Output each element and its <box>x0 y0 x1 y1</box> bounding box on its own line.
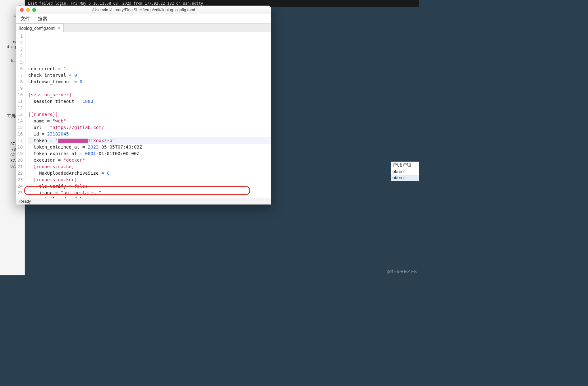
close-tab-icon[interactable]: × <box>58 26 60 30</box>
code-line[interactable]: MaxUploadedArchiveSize = 0 <box>28 170 271 177</box>
line-number: 16 <box>17 131 23 137</box>
window-title: /Users/lc1/Library/FinalShell/temp/edit/… <box>16 7 271 12</box>
line-number: 7 <box>17 72 23 79</box>
code-line[interactable]: token = 'TTxooxz-b" <box>28 137 271 144</box>
code-line[interactable]: executor = "docker" <box>28 157 271 163</box>
line-number: 13 <box>17 111 23 118</box>
code-line[interactable]: session_timeout = 1800 <box>28 98 271 105</box>
line-number: 10 <box>17 92 23 98</box>
line-number: 18 <box>17 144 23 150</box>
line-number: 25 <box>17 190 23 196</box>
redacted-token <box>58 139 88 143</box>
line-number: 26 <box>17 196 23 198</box>
minimize-icon[interactable] <box>26 8 30 12</box>
bg-right-row: ot/root <box>391 168 419 175</box>
code-line[interactable] <box>28 105 271 111</box>
code-line[interactable]: name = "web" <box>28 118 271 124</box>
line-number: 20 <box>17 157 23 163</box>
code-line[interactable]: image = "apline:latest" <box>28 190 271 196</box>
line-number: 1 <box>17 33 23 39</box>
line-number: 23 <box>17 177 23 183</box>
menubar: 文件 搜索 <box>16 14 271 24</box>
line-number: 6 <box>17 66 23 72</box>
code-line[interactable]: url = "https://gitlab.com/" <box>28 124 271 131</box>
line-number: 19 <box>17 150 23 157</box>
code-line[interactable]: check_interval = 0 <box>28 72 271 79</box>
tabstrip: lioblog_config.toml × <box>16 24 271 32</box>
line-number: 11 <box>17 98 23 105</box>
line-number: 3 <box>17 46 23 53</box>
menu-search[interactable]: 搜索 <box>38 16 47 22</box>
code-line[interactable]: privileged = false <box>28 196 271 198</box>
code-line[interactable]: [session_server] <box>28 92 271 98</box>
bg-right-row: ot/root <box>391 175 419 181</box>
code-line[interactable]: [runners.cache] <box>28 163 271 170</box>
line-number: 21 <box>17 163 23 170</box>
line-number-gutter: 1234567891011121314151617181920212223242… <box>16 32 25 198</box>
line-number: 22 <box>17 170 23 177</box>
status-text: Ready <box>19 199 31 204</box>
line-number: 8 <box>17 79 23 85</box>
code-line[interactable]: id = 23182045 <box>28 131 271 137</box>
line-number: 12 <box>17 105 23 111</box>
code-line[interactable]: [[runners]] <box>28 111 271 118</box>
editor-window: /Users/lc1/Library/FinalShell/temp/edit/… <box>16 6 271 204</box>
line-number: 4 <box>17 53 23 59</box>
code-line[interactable]: [runners.docker] <box>28 177 271 183</box>
close-icon[interactable] <box>20 8 24 12</box>
statusbar: Ready <box>16 198 271 204</box>
code-line[interactable] <box>28 85 271 92</box>
watermark: @稀土掘金技术社区 <box>387 269 417 274</box>
code-line[interactable]: token_obtained_at = 2023-05-05T07:40:03Z <box>28 144 271 150</box>
code-editor[interactable]: 1234567891011121314151617181920212223242… <box>16 32 271 198</box>
code-line[interactable]: token_expires_at = 0001-01-01T00:00:00Z <box>28 150 271 157</box>
tab-lioblog-config[interactable]: lioblog_config.toml × <box>16 24 64 32</box>
bg-right-row: 户/用户组 <box>391 162 419 168</box>
line-number: 14 <box>17 118 23 124</box>
line-number: 24 <box>17 183 23 190</box>
code-line[interactable]: concurrent = 1 <box>28 66 271 72</box>
line-number: 17 <box>17 137 23 144</box>
line-number: 15 <box>17 124 23 131</box>
background-right-panel: 户/用户组ot/rootot/root <box>391 162 419 181</box>
window-titlebar[interactable]: /Users/lc1/Library/FinalShell/temp/edit/… <box>16 6 271 14</box>
line-number: 9 <box>17 85 23 92</box>
tab-label: lioblog_config.toml <box>19 26 55 31</box>
maximize-icon[interactable] <box>32 8 36 12</box>
line-number: 5 <box>17 59 23 66</box>
code-line[interactable]: tls_verify = false <box>28 183 271 190</box>
menu-file[interactable]: 文件 <box>21 16 30 22</box>
line-number: 2 <box>17 39 23 46</box>
code-line[interactable]: shutdown_timeout = 0 <box>28 79 271 85</box>
code-area[interactable]: concurrent = 1check_interval = 0shutdown… <box>25 32 271 198</box>
